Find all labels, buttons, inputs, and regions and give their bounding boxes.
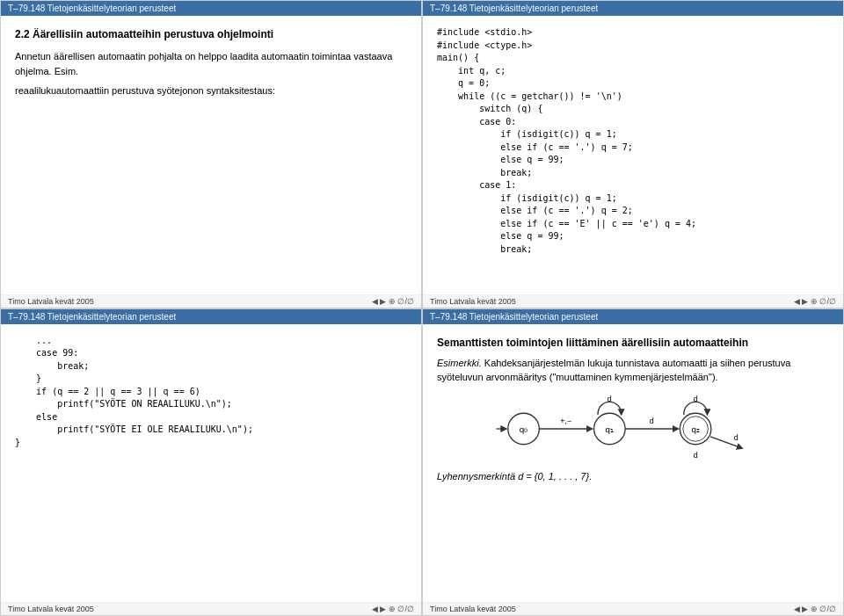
svg-text:q₀: q₀ [520, 424, 528, 433]
panel-footer-2: Timo Latvala kevät 2005 ◀ ▶ ⊕ ∅/∅ [423, 294, 843, 308]
code-block-bottom: ... case 99: break; } if (q == 2 || q ==… [15, 335, 407, 450]
panel1-para1: Annetun äärellisen automaatin pohjalta o… [15, 49, 407, 78]
svg-text:+,−: +,− [560, 416, 571, 424]
footer-author-3: Timo Latvala kevät 2005 [8, 605, 94, 613]
panel4-italic: Esimerkki. [437, 358, 482, 368]
panel4-para-text: Kahdeksanjärjestelmän lukuja tunnistava … [437, 358, 790, 383]
panel-top-right: T–79.148 Tietojenkäsittelyteorian perust… [422, 0, 844, 308]
panel1-heading: 2.2 Äärellisiin automaatteihin perustuva… [15, 26, 407, 42]
panel-footer-1: Timo Latvala kevät 2005 ◀ ▶ ⊕ ∅/∅ [1, 294, 421, 308]
panel-content-1: 2.2 Äärellisiin automaatteihin perustuva… [1, 16, 421, 294]
panel1-para2: reaalilukuautomaattiin perustuva syötejo… [15, 83, 407, 98]
panel-bottom-left: T–79.148 Tietojenkäsittelyteorian perust… [0, 308, 422, 617]
svg-text:q₁: q₁ [606, 424, 614, 433]
panel-header-3: T–79.148 Tietojenkäsittelyteorian perust… [1, 309, 421, 324]
nav-arrows-2: ◀ ▶ ⊕ ∅/∅ [794, 297, 836, 306]
main-grid: T–79.148 Tietojenkäsittelyteorian perust… [0, 0, 844, 616]
svg-text:d: d [694, 394, 698, 402]
panel4-para: Esimerkki. Kahdeksanjärjestelmän lukuja … [437, 356, 829, 385]
nav-arrows-4: ◀ ▶ ⊕ ∅/∅ [794, 605, 836, 613]
panel-footer-3: Timo Latvala kevät 2005 ◀ ▶ ⊕ ∅/∅ [1, 602, 421, 615]
panel-header-1: T–79.148 Tietojenkäsittelyteorian perust… [1, 1, 421, 16]
svg-text:q₂: q₂ [691, 424, 699, 433]
panel-header-2: T–79.148 Tietojenkäsittelyteorian perust… [423, 1, 843, 16]
code-block-top: #include <stdio.h> #include <ctype.h> ma… [437, 26, 829, 256]
panel-footer-4: Timo Latvala kevät 2005 ◀ ▶ ⊕ ∅/∅ [423, 602, 843, 615]
automaton-svg: q₀ +,− q₁ d d [466, 394, 800, 464]
svg-text:d: d [734, 433, 738, 442]
nav-arrows-1: ◀ ▶ ⊕ ∅/∅ [372, 297, 414, 306]
svg-text:d: d [650, 416, 654, 424]
header-title-3: T–79.148 Tietojenkäsittelyteorian perust… [8, 312, 176, 322]
svg-text:d: d [608, 394, 612, 402]
panel4-heading: Semanttisten toimintojen liittäminen äär… [437, 335, 829, 351]
footer-author-4: Timo Latvala kevät 2005 [430, 605, 516, 613]
automaton-diagram: q₀ +,− q₁ d d [437, 394, 829, 464]
nav-arrows-3: ◀ ▶ ⊕ ∅/∅ [372, 605, 414, 613]
header-title-1: T–79.148 Tietojenkäsittelyteorian perust… [8, 4, 176, 13]
footer-author-1: Timo Latvala kevät 2005 [8, 297, 94, 306]
panel-bottom-right: T–79.148 Tietojenkäsittelyteorian perust… [422, 308, 844, 617]
panel-content-2: #include <stdio.h> #include <ctype.h> ma… [423, 16, 843, 294]
header-title-4: T–79.148 Tietojenkäsittelyteorian perust… [430, 312, 598, 322]
panel-top-left: T–79.148 Tietojenkäsittelyteorian perust… [0, 0, 422, 308]
panel-header-4: T–79.148 Tietojenkäsittelyteorian perust… [423, 309, 843, 324]
header-title-2: T–79.148 Tietojenkäsittelyteorian perust… [430, 4, 598, 13]
panel-content-3: ... case 99: break; } if (q == 2 || q ==… [1, 324, 421, 603]
svg-text:d: d [694, 450, 698, 459]
lyhennysmerkinta: Lyhennysmerkintä d = {0, 1, . . . , 7}. [437, 469, 829, 484]
footer-author-2: Timo Latvala kevät 2005 [430, 297, 516, 306]
panel-content-4: Semanttisten toimintojen liittäminen äär… [423, 324, 843, 603]
